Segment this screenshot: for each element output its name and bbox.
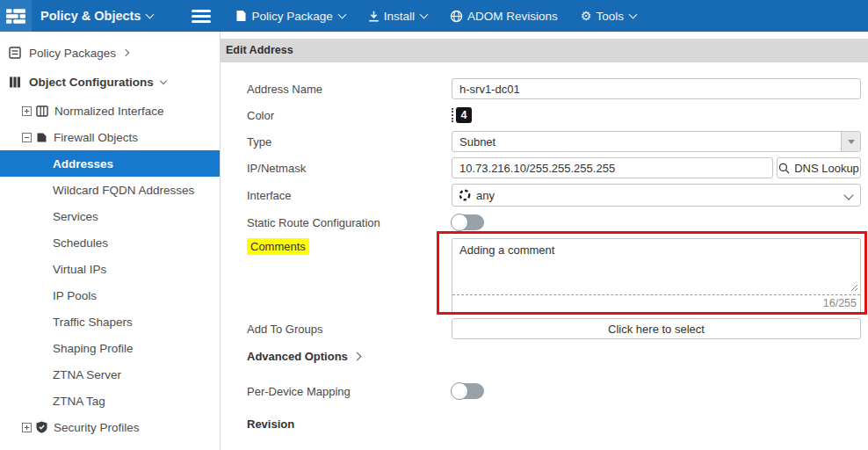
waffle-icon	[6, 9, 25, 24]
dns-lookup-label: DNS Lookup	[794, 162, 859, 175]
sidebar-item-label: Policy Packages	[29, 47, 116, 60]
sidebar-item-firewall-objects[interactable]: Firewall Objects	[0, 124, 220, 150]
normalized-interface-icon	[36, 105, 48, 117]
interface-label: Interface	[247, 189, 452, 202]
file-icon	[235, 10, 247, 22]
triangle-down-icon	[848, 140, 855, 144]
gear-icon: ⚙	[581, 10, 592, 22]
color-swatch[interactable]: 4	[456, 107, 472, 123]
any-interface-icon	[459, 189, 471, 201]
hamburger-menu-icon[interactable]	[192, 7, 211, 25]
search-icon	[778, 163, 790, 174]
chevron-right-icon	[352, 352, 361, 361]
chevron-right-icon	[122, 49, 129, 56]
address-name-label: Address Name	[247, 83, 452, 96]
sidebar-item-label: Shaping Profile	[53, 342, 134, 355]
chevron-down-icon	[146, 10, 155, 18]
firewall-objects-icon	[36, 132, 47, 143]
sidebar-item-label: Addresses	[53, 157, 113, 171]
per-device-mapping-toggle[interactable]	[452, 383, 484, 399]
chevron-down-icon	[337, 10, 346, 18]
sidebar-item-policy-packages[interactable]: Policy Packages	[0, 40, 220, 66]
add-to-groups-button[interactable]: Click here to select	[452, 318, 861, 339]
sidebar-item-services[interactable]: Services	[0, 203, 220, 229]
main-content: Edit Address Address Name Color 4	[221, 32, 868, 450]
sidebar-item-label: Normalized Interface	[54, 105, 164, 118]
comments-char-counter: 16/255	[452, 295, 860, 312]
sidebar-item-label: Schedules	[53, 236, 108, 250]
toggle-knob	[451, 382, 468, 400]
expand-icon[interactable]	[22, 106, 32, 116]
static-route-label: Static Route Configuration	[247, 216, 452, 229]
color-marker-dots	[452, 108, 454, 122]
sidebar-item-label: Wildcard FQDN Addresses	[53, 184, 194, 197]
sidebar-item-ztna-tag[interactable]: ZTNA Tag	[0, 388, 220, 414]
sidebar-item-traffic-shapers[interactable]: Traffic Shapers	[0, 308, 220, 335]
app-grid-icon[interactable]	[0, 0, 32, 32]
chevron-down-icon	[843, 190, 853, 200]
sidebar-item-wildcard-fqdn-addresses[interactable]: Wildcard FQDN Addresses	[0, 177, 220, 203]
comments-control: Adding a comment 16/255	[452, 238, 861, 313]
chevron-down-icon	[628, 10, 637, 18]
menu-policy-package[interactable]: Policy Package	[235, 10, 344, 23]
menu-item-label: Policy Package	[251, 10, 332, 23]
security-profiles-icon	[36, 421, 47, 433]
chevron-down-icon	[160, 76, 167, 83]
menu-install[interactable]: Install	[368, 10, 427, 23]
sidebar-item-label: Object Configurations	[29, 76, 154, 89]
policy-packages-icon	[9, 47, 21, 59]
sidebar-item-label: ZTNA Tag	[53, 395, 105, 408]
color-label: Color	[247, 109, 452, 122]
sidebar-item-shaping-profile[interactable]: Shaping Profile	[0, 335, 220, 361]
menu-item-label: Install	[384, 10, 415, 23]
menu-adom-revisions[interactable]: ADOM Revisions	[450, 10, 558, 23]
type-select-value: Subnet	[459, 135, 495, 149]
sidebar-item-label: Security Profiles	[54, 421, 140, 434]
sidebar-item-security-profiles[interactable]: Security Profiles	[0, 414, 220, 440]
sidebar-item-ip-pools[interactable]: IP Pools	[0, 282, 220, 308]
ip-netmask-input[interactable]	[452, 157, 773, 178]
comments-textarea[interactable]: Adding a comment	[452, 239, 860, 295]
toggle-knob	[451, 214, 468, 231]
add-to-groups-label: Add To Groups	[247, 323, 452, 336]
product-menu-label: Policy & Objects	[40, 9, 141, 23]
sidebar-item-object-configurations[interactable]: Object Configurations	[0, 66, 220, 98]
object-configurations-icon	[9, 76, 21, 88]
dropdown-arrow-button[interactable]	[841, 132, 860, 151]
top-menu: Policy Package Install ADOM Revisions	[235, 10, 658, 23]
menu-item-label: Tools	[596, 10, 624, 23]
expand-icon[interactable]	[22, 423, 32, 432]
dns-lookup-button[interactable]: DNS Lookup	[777, 157, 861, 178]
sidebar-item-label: Traffic Shapers	[53, 316, 133, 329]
type-label: Type	[247, 135, 452, 149]
advanced-options-toggle[interactable]: Advanced Options	[247, 350, 861, 363]
interface-select-value: any	[476, 189, 495, 202]
comments-label-highlight: Comments	[247, 238, 309, 255]
sidebar-item-addresses[interactable]: Addresses	[0, 150, 220, 177]
page-title: Edit Address	[221, 39, 868, 62]
sidebar-item-normalized-interface[interactable]: Normalized Interface	[0, 98, 220, 124]
sidebar-item-ztna-server[interactable]: ZTNA Server	[0, 361, 220, 388]
address-name-input[interactable]	[452, 78, 861, 99]
sidebar-item-schedules[interactable]: Schedules	[0, 229, 220, 256]
type-select[interactable]: Subnet	[452, 131, 861, 152]
menu-tools[interactable]: ⚙ Tools	[581, 10, 636, 23]
per-device-mapping-label: Per-Device Mapping	[247, 385, 452, 398]
comments-label: Comments	[247, 238, 452, 253]
advanced-options-label: Advanced Options	[247, 350, 348, 363]
menu-item-label: ADOM Revisions	[467, 10, 558, 23]
product-menu[interactable]: Policy & Objects	[40, 9, 153, 23]
sidebar-item-virtual-ips[interactable]: Virtual IPs	[0, 256, 220, 282]
ip-netmask-label: IP/Netmask	[247, 162, 452, 175]
sidebar-item-label: ZTNA Server	[53, 368, 121, 381]
sidebar-item-label: Services	[53, 210, 98, 223]
collapse-icon[interactable]	[22, 133, 32, 142]
download-icon	[368, 11, 380, 22]
interface-select[interactable]: any	[452, 184, 861, 207]
app-root: Policy & Objects Policy Package Install	[0, 0, 868, 450]
sidebar-item-label: IP Pools	[53, 289, 97, 302]
sidebar: Policy Packages Object Configurations	[0, 32, 221, 450]
revision-section-label: Revision	[247, 417, 861, 431]
sidebar-item-label: Firewall Objects	[54, 131, 138, 144]
static-route-toggle[interactable]	[452, 214, 484, 230]
